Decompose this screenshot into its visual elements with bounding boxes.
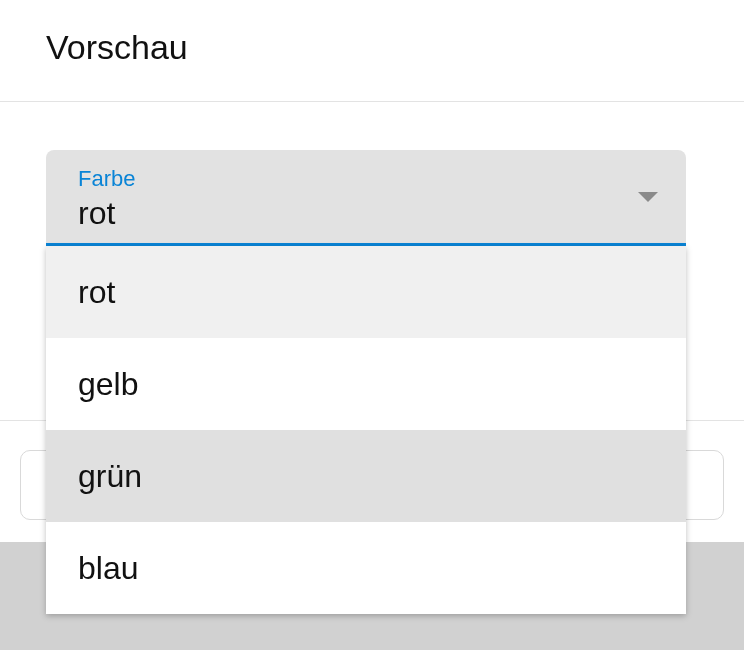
color-option[interactable]: rot xyxy=(46,246,686,338)
header: Vorschau xyxy=(0,0,744,101)
color-select: Farbe rot rotgelbgrünblau xyxy=(46,150,686,246)
color-select-value: rot xyxy=(78,194,626,232)
color-option[interactable]: grün xyxy=(46,430,686,522)
color-select-label: Farbe xyxy=(78,166,626,192)
page-title: Vorschau xyxy=(46,28,744,67)
color-select-dropdown: rotgelbgrünblau xyxy=(46,246,686,614)
color-option[interactable]: gelb xyxy=(46,338,686,430)
color-option[interactable]: blau xyxy=(46,522,686,614)
chevron-down-icon xyxy=(638,192,658,202)
color-select-field[interactable]: Farbe rot xyxy=(46,150,686,246)
content-area: Farbe rot rotgelbgrünblau xyxy=(0,102,744,246)
